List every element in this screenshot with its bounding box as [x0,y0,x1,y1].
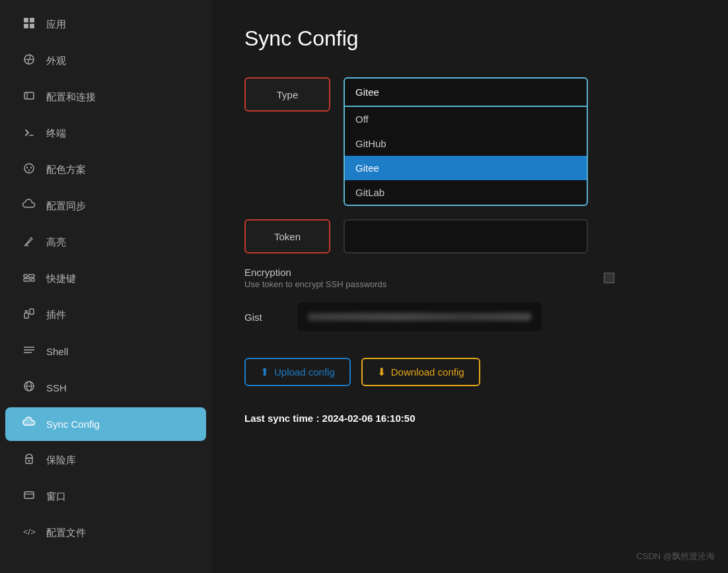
dropdown-option-gitlab[interactable]: GitLab [345,180,587,205]
type-row: Type Gitee Off GitHub Gitee GitLab [244,77,695,206]
sidebar-item-label: SSH [46,382,67,393]
sidebar-item-label: 配色方案 [46,164,86,176]
type-label-box: Type [244,77,330,112]
token-label-box: Token [244,219,330,253]
encryption-desc: Use token to encrypt SSH passwords [244,279,386,289]
config-file-icon: </> [21,525,37,541]
encryption-row: Encryption Use token to encrypt SSH pass… [244,267,614,289]
svg-point-9 [24,164,34,173]
sidebar-item-label: 插件 [46,309,66,321]
buttons-row: ⬆ Upload config ⬇ Download config [244,358,695,386]
svg-rect-2 [24,24,28,28]
gist-label: Gist [244,312,284,323]
sidebar-item-label: Shell [46,346,68,357]
config-connect-icon [21,89,37,106]
watermark: CSDN @飘然渡沧海 [636,551,715,562]
token-label: Token [274,231,301,242]
sidebar-item-window[interactable]: 窗口 [5,480,206,514]
type-label: Type [277,89,299,100]
sidebar-item-config-connect[interactable]: 配置和连接 [5,81,206,114]
svg-point-11 [30,167,32,168]
type-dropdown-container: Gitee Off GitHub Gitee GitLab [344,77,588,206]
page-title: Sync Config [244,26,695,51]
shortcuts-icon [21,271,37,287]
sidebar-item-label: 快捷键 [46,273,76,285]
token-row: Token [244,219,695,253]
sidebar: 应用 外观 配置和连接 终端 配色方案 配置同步 高亮 [0,0,211,573]
svg-rect-30 [24,492,34,498]
encryption-label: Encryption [244,267,386,278]
plugins-icon [21,307,37,323]
svg-point-10 [26,167,28,168]
sidebar-item-label: 应用 [46,18,66,31]
sidebar-item-label: 窗口 [46,490,66,503]
download-config-button[interactable]: ⬇ Download config [361,358,480,386]
dropdown-option-github[interactable]: GitHub [345,131,587,156]
ssh-icon [21,380,37,396]
svg-rect-16 [24,279,30,281]
sidebar-item-label: Sync Config [46,419,100,430]
sidebar-item-appearance[interactable]: 外观 [5,44,206,78]
svg-point-29 [28,460,30,462]
sidebar-item-label: 外观 [46,55,66,67]
sync-config-icon [21,416,37,432]
sidebar-item-color-scheme[interactable]: 配色方案 [5,153,206,187]
token-input[interactable] [344,219,588,253]
dropdown-option-gitee[interactable]: Gitee [345,156,587,180]
cloud-icon [21,198,37,215]
svg-rect-15 [28,275,34,277]
sidebar-item-label: 配置和连接 [46,91,96,104]
svg-rect-0 [24,18,28,22]
svg-rect-6 [24,92,34,99]
svg-rect-14 [24,275,27,277]
sidebar-item-config-file[interactable]: </> 配置文件 [5,516,206,550]
sidebar-item-label: 配置文件 [46,527,86,539]
gist-row: Gist [244,302,695,331]
gist-blurred-value [308,313,531,321]
type-dropdown-selected[interactable]: Gitee [344,77,588,107]
vault-icon [21,452,37,469]
sidebar-item-sync-config[interactable]: Sync Config [5,407,206,441]
sidebar-item-vault[interactable]: 保险库 [5,444,206,477]
download-label: Download config [391,366,464,378]
sidebar-item-label: 配置同步 [46,200,86,213]
encryption-section: Encryption Use token to encrypt SSH pass… [244,267,695,289]
window-icon [21,489,37,505]
sidebar-item-ssh[interactable]: SSH [5,371,206,405]
color-scheme-icon [21,162,37,178]
sidebar-item-label: 终端 [46,127,66,140]
highlight-icon [21,234,37,251]
sidebar-item-terminal[interactable]: 终端 [5,117,206,151]
upload-label: Upload config [274,366,335,378]
appearance-icon [21,53,37,69]
sidebar-item-config-sync[interactable]: 配置同步 [5,189,206,223]
type-dropdown-list: Off GitHub Gitee GitLab [344,107,588,206]
apps-icon [21,17,37,33]
sidebar-item-shell[interactable]: Shell [5,335,206,368]
sidebar-item-apps[interactable]: 应用 [5,8,206,42]
svg-rect-19 [30,309,34,314]
download-icon: ⬇ [377,366,386,378]
svg-point-12 [28,170,30,171]
svg-rect-18 [24,313,28,318]
upload-config-button[interactable]: ⬆ Upload config [244,358,351,386]
encryption-info: Encryption Use token to encrypt SSH pass… [244,267,386,289]
sidebar-item-plugins[interactable]: 插件 [5,298,206,332]
sidebar-item-highlight[interactable]: 高亮 [5,226,206,259]
svg-rect-17 [31,279,34,281]
sidebar-item-label: 高亮 [46,236,66,249]
shell-icon [21,343,37,360]
dropdown-option-off[interactable]: Off [345,107,587,131]
svg-rect-3 [30,24,34,28]
upload-icon: ⬆ [260,366,269,378]
svg-rect-1 [30,18,34,22]
main-content: Sync Config Type Gitee Off GitHub Gitee … [211,0,728,573]
encryption-checkbox[interactable] [604,273,614,283]
sidebar-item-shortcuts[interactable]: 快捷键 [5,262,206,296]
terminal-icon [21,125,37,142]
svg-text:</>: </> [23,527,36,537]
sidebar-item-label: 保险库 [46,454,76,467]
last-sync-time: Last sync time : 2024-02-06 16:10:50 [244,413,695,424]
